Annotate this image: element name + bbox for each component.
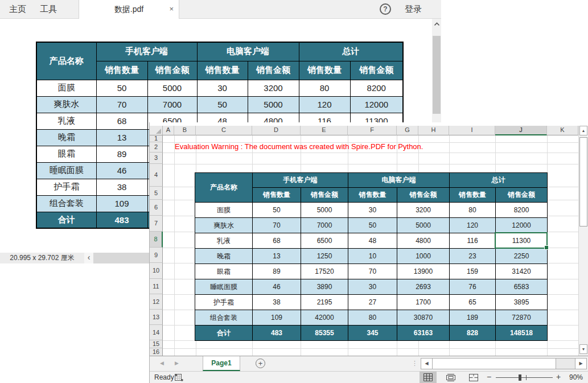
value-cell[interactable]: 3895 [496,295,548,310]
value-cell[interactable]: 6583 [496,279,548,295]
product-cell[interactable]: 睡眠面膜 [195,279,253,295]
row-header-14[interactable]: 14 [150,325,163,340]
scroll-up-icon[interactable] [434,22,440,26]
row-header-5[interactable]: 5 [150,187,163,200]
collapse-toolbar-icon[interactable]: ‹ [84,253,93,263]
row-header-7[interactable]: 7 [150,216,163,232]
product-cell[interactable]: 爽肤水 [195,218,253,233]
value-cell[interactable]: 3200 [397,203,450,218]
row-header-8[interactable]: 8 [150,232,163,248]
column-header-D[interactable]: D [252,126,301,135]
help-icon[interactable]: ? [380,3,391,15]
value-cell[interactable]: 6500 [301,233,348,249]
zoom-slider-thumb[interactable] [519,374,521,381]
column-header-F[interactable]: F [348,126,397,135]
value-cell[interactable]: 5000 [301,203,348,218]
product-cell[interactable]: 护手霜 [195,295,253,310]
row-header-4[interactable]: 4 [150,164,163,187]
sheet-prev-icon[interactable]: ◀ [160,356,164,370]
sub-header[interactable]: 销售金额 [301,188,348,203]
value-cell[interactable]: 50 [253,203,301,218]
column-header-G[interactable]: G [397,126,418,135]
row-header-1[interactable]: 1 [150,135,163,142]
value-cell[interactable]: 30 [348,203,397,218]
group-header[interactable]: 电脑客户端 [348,173,450,188]
value-cell[interactable]: 159 [450,264,496,279]
value-cell[interactable]: 1000 [397,249,450,264]
value-cell[interactable]: 5000 [397,218,450,233]
value-cell[interactable]: 8200 [496,203,548,218]
value-cell[interactable]: 828 [450,326,496,341]
row-header-12[interactable]: 12 [150,294,163,310]
zoom-in-button[interactable]: + [556,372,561,382]
sheet-tab-page1[interactable]: Page1 [203,356,240,371]
row-header-16[interactable]: 16 [150,348,163,356]
value-cell[interactable]: 483 [253,326,301,341]
value-cell[interactable]: 31420 [496,264,548,279]
value-cell[interactable]: 30870 [397,310,450,326]
value-cell[interactable]: 1250 [301,249,348,264]
value-cell[interactable]: 70 [253,218,301,233]
column-header-C[interactable]: C [196,126,252,135]
vscrollbar-thumb[interactable] [579,137,587,226]
value-cell[interactable]: 65 [450,295,496,310]
sub-header[interactable]: 销售数量 [348,188,397,203]
row-header-6[interactable]: 6 [150,200,163,216]
column-header-B[interactable]: B [174,126,196,135]
value-cell[interactable]: 76 [450,279,496,295]
column-header-J[interactable]: J [495,126,547,135]
value-cell[interactable]: 80 [450,203,496,218]
pdf-scrollbar-thumb[interactable] [433,36,441,114]
product-cell[interactable]: 面膜 [195,203,253,218]
row-header-2[interactable]: 2 [150,142,163,153]
zoom-out-button[interactable]: − [487,372,491,382]
sub-header[interactable]: 销售数量 [253,188,301,203]
product-cell[interactable]: 乳液 [195,233,253,249]
add-sheet-button[interactable]: + [256,359,265,368]
value-cell[interactable]: 48 [348,233,397,249]
close-tab-icon[interactable]: × [169,0,174,18]
zoom-slider[interactable] [496,377,553,378]
value-cell[interactable]: 46 [253,279,301,295]
menu-home[interactable]: 主页 [9,0,26,18]
more-options-icon[interactable]: ⋮ [412,356,418,370]
document-tab[interactable]: 数据.pdf × [79,0,179,19]
value-cell[interactable]: 30 [348,279,397,295]
column-header-K[interactable]: K [547,126,578,135]
product-cell[interactable]: 眼霜 [195,264,253,279]
value-cell[interactable]: 50 [348,218,397,233]
value-cell[interactable]: 27 [348,295,397,310]
normal-view-button[interactable] [420,372,437,383]
value-cell[interactable]: 148518 [496,326,548,341]
page-break-view-button[interactable] [465,372,482,383]
column-header-H[interactable]: H [418,126,449,135]
sub-header[interactable]: 销售金额 [397,188,450,203]
value-cell[interactable]: 42000 [301,310,348,326]
value-cell[interactable]: 345 [348,326,397,341]
value-cell[interactable]: 12000 [496,218,548,233]
value-cell[interactable]: 63163 [397,326,450,341]
column-header-E[interactable]: E [301,126,348,135]
product-name-header[interactable]: 产品名称 [195,173,253,203]
value-cell[interactable]: 109 [253,310,301,326]
scroll-down-button[interactable]: ▼ [579,344,587,354]
macro-record-icon[interactable] [175,374,183,381]
menu-tools[interactable]: 工具 [40,0,57,18]
value-cell[interactable]: 120 [450,218,496,233]
product-cell[interactable]: 晚霜 [195,249,253,264]
value-cell[interactable]: 70 [348,264,397,279]
product-cell[interactable]: 组合套装 [195,310,253,326]
value-cell[interactable]: 68 [253,233,301,249]
value-cell[interactable]: 2693 [397,279,450,295]
row-header-3[interactable]: 3 [150,153,163,164]
page-layout-view-button[interactable] [442,372,459,383]
value-cell[interactable]: 4800 [397,233,450,249]
row-header-9[interactable]: 9 [150,248,163,263]
product-cell[interactable]: 合计 [195,326,253,341]
value-cell[interactable]: 10 [348,249,397,264]
scroll-left-button[interactable]: ◀ [421,359,433,369]
row-header-10[interactable]: 10 [150,263,163,279]
scroll-right-button[interactable]: ▶ [575,359,586,369]
excel-hscrollbar[interactable]: ◀ ▶ [421,358,587,369]
hscrollbar-thumb[interactable] [433,359,556,369]
